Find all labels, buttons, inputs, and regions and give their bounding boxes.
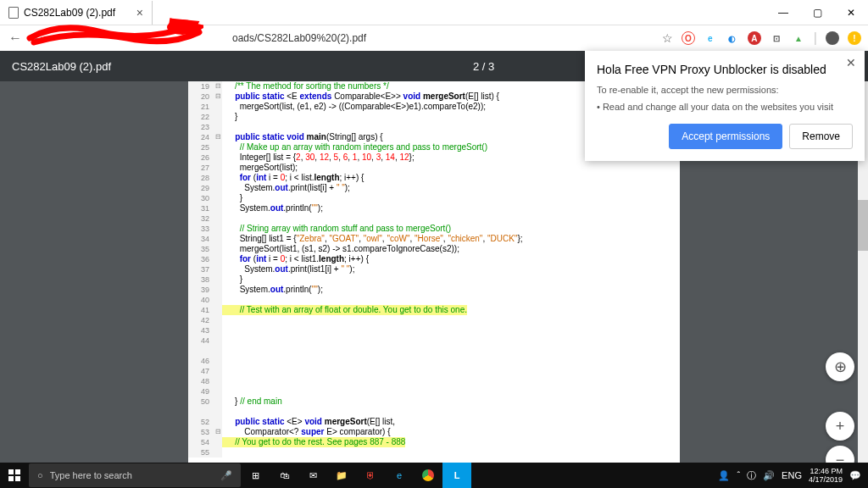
code-line: 41 // Test with an array of float or dou… xyxy=(188,305,680,315)
browser-titlebar: CS282Lab09 (2).pdf × — ▢ ✕ xyxy=(0,0,868,25)
notifications-icon[interactable]: 💬 xyxy=(849,470,861,481)
edge-ext-icon[interactable]: e xyxy=(704,31,717,45)
scrollbar-thumb[interactable] xyxy=(858,200,868,251)
page-indicator[interactable]: 2 / 3 xyxy=(473,60,494,73)
code-line: 42 xyxy=(188,315,680,325)
address-bar: ← → oads/CS282Lab09%20(2).pdf ☆ O e ◐ A … xyxy=(0,25,868,51)
svg-rect-3 xyxy=(8,476,14,481)
windows-taskbar: ○ Type here to search 🎤 ⊞ 🛍 ✉ 📁 ⛨ e L 👤 … xyxy=(0,463,868,488)
accept-permissions-button[interactable]: Accept permissions xyxy=(669,124,782,149)
code-line: 37 System.out.print(list1[i] + " "); xyxy=(188,264,680,274)
code-line: 34 String[] list1 = {"Zebra", "GOAT", "o… xyxy=(188,234,680,244)
minimize-button[interactable]: — xyxy=(766,0,800,25)
code-line: 30 } xyxy=(188,193,680,203)
code-line: 49 xyxy=(188,386,680,396)
code-line xyxy=(188,346,680,356)
abp-ext-icon[interactable]: A xyxy=(748,31,761,45)
clock[interactable]: 12:46 PM 4/17/2019 xyxy=(809,467,843,484)
explorer-icon[interactable]: 📁 xyxy=(327,463,356,488)
window-controls: — ▢ ✕ xyxy=(766,0,868,25)
pdf-filename: CS282Lab09 (2).pdf xyxy=(12,60,111,73)
code-line: 35 mergeSort(list1, (s1, s2) -> s1.compa… xyxy=(188,244,680,254)
code-line: 55 xyxy=(188,447,680,458)
ext-divider: | xyxy=(814,30,817,46)
fit-page-button[interactable]: ⊕ xyxy=(826,352,854,381)
code-line: 40 xyxy=(188,295,680,305)
code-line: 48 xyxy=(188,376,680,386)
hola-ext-icon[interactable]: ! xyxy=(848,31,861,45)
browser-tab[interactable]: CS282Lab09 (2).pdf × xyxy=(0,1,153,25)
edge-taskbar-icon[interactable]: e xyxy=(385,463,414,488)
tab-title: CS282Lab09 (2).pdf xyxy=(24,7,115,19)
code-line: 44 xyxy=(188,336,680,346)
code-line: 46 xyxy=(188,356,680,366)
remove-extension-button[interactable]: Remove xyxy=(789,124,853,149)
code-line: 50 } // end main xyxy=(188,396,680,407)
shield-ext-icon[interactable]: ◐ xyxy=(726,31,739,45)
code-line xyxy=(188,407,680,417)
people-icon[interactable]: 👤 xyxy=(718,470,730,481)
download-ext-icon[interactable]: ⊡ xyxy=(770,31,783,45)
file-icon xyxy=(8,7,19,19)
code-line: 52 public static <E> void mergeSort(E[] … xyxy=(188,417,680,427)
zoom-in-button[interactable]: + xyxy=(826,412,854,441)
search-icon: ○ xyxy=(37,470,43,480)
task-view-icon[interactable]: ⊞ xyxy=(241,463,270,488)
app-l-icon[interactable]: L xyxy=(442,463,471,488)
code-line: 33 // String array with random stuff and… xyxy=(188,224,680,234)
code-line: 54 // You get to do the rest. See pages … xyxy=(188,437,680,447)
code-line: 43 xyxy=(188,325,680,336)
forward-icon[interactable]: → xyxy=(31,30,47,46)
system-tray: 👤 ˆ ⓘ 🔊 ENG 12:46 PM 4/17/2019 💬 xyxy=(718,467,868,484)
popup-close-icon[interactable]: ✕ xyxy=(846,56,856,69)
code-line: 53⊟ Comparator<? super E> comparator) { xyxy=(188,427,680,437)
code-line: 39 System.out.println(""); xyxy=(188,285,680,295)
mic-icon[interactable]: 🎤 xyxy=(220,470,232,481)
mail-icon[interactable]: ✉ xyxy=(298,463,327,488)
back-icon[interactable]: ← xyxy=(7,30,24,46)
taskbar-search[interactable]: ○ Type here to search 🎤 xyxy=(29,463,241,487)
svg-rect-2 xyxy=(15,469,20,474)
popup-permission-item: • Read and change all your data on the w… xyxy=(597,102,853,112)
code-line: 38 } xyxy=(188,274,680,285)
popup-title: Hola Free VPN Proxy Unblocker is disable… xyxy=(597,63,853,76)
start-button[interactable] xyxy=(0,463,29,488)
svg-rect-4 xyxy=(15,476,20,481)
language-indicator[interactable]: ENG xyxy=(782,470,802,480)
code-line: 27 mergeSort(list); xyxy=(188,163,680,173)
search-placeholder: Type here to search xyxy=(50,470,132,480)
mcafee-icon[interactable]: ⛨ xyxy=(356,463,385,488)
close-button[interactable]: ✕ xyxy=(834,0,868,25)
maximize-button[interactable]: ▢ xyxy=(800,0,834,25)
code-line: 29 System.out.print(list[i] + " "); xyxy=(188,183,680,193)
drive-ext-icon[interactable]: ▲ xyxy=(792,31,805,45)
tray-expand-icon[interactable]: ˆ xyxy=(737,470,740,480)
location-icon[interactable]: ⓘ xyxy=(747,469,756,482)
popup-instruction: To re-enable it, accept the new permissi… xyxy=(597,85,853,95)
code-line: 31 System.out.println(""); xyxy=(188,203,680,214)
extension-permission-popup: ✕ Hola Free VPN Proxy Unblocker is disab… xyxy=(585,51,865,161)
bookmark-star-icon[interactable]: ☆ xyxy=(662,31,673,45)
volume-icon[interactable]: 🔊 xyxy=(763,470,775,481)
extension-icons: ☆ O e ◐ A ⊡ ▲ | ! xyxy=(662,30,861,46)
avatar-icon[interactable] xyxy=(826,31,839,45)
code-line: 47 xyxy=(188,366,680,376)
store-icon[interactable]: 🛍 xyxy=(270,463,298,488)
svg-rect-1 xyxy=(8,469,14,474)
tab-close-icon[interactable]: × xyxy=(136,6,143,19)
url-text[interactable]: oads/CS282Lab09%20(2).pdf xyxy=(232,32,366,44)
code-line: 36 for (int i = 0; i < list1.length; i++… xyxy=(188,254,680,264)
opera-ext-icon[interactable]: O xyxy=(682,31,695,45)
chrome-taskbar-icon[interactable] xyxy=(414,463,442,488)
code-line: 28 for (int i = 0; i < list.length; i++)… xyxy=(188,173,680,183)
code-line: 32 xyxy=(188,214,680,224)
